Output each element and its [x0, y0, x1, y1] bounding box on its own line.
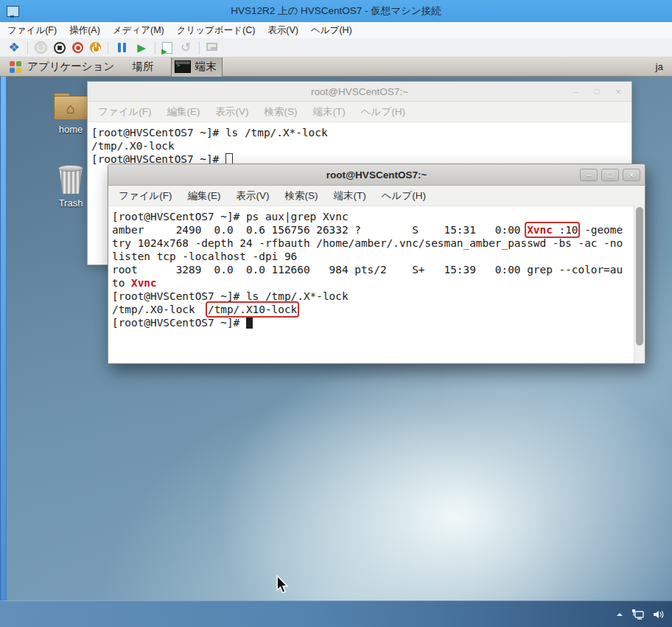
terminal-content[interactable]: [root@HVSCentOS7 ~]# ps aux|grep Xvncamb…: [108, 206, 645, 362]
terminal-line: /tmp/.X0-lock: [91, 139, 631, 153]
network-icon[interactable]: [631, 609, 645, 620]
hyperv-menu-item[interactable]: 表示(V): [267, 24, 298, 37]
terminal-menubar: ファイル(F)編集(E)表示(V)検索(S)端末(T)ヘルプ(H): [108, 186, 645, 206]
terminal-menu-item[interactable]: ヘルプ(H): [382, 189, 426, 203]
hyperv-menu-item[interactable]: 操作(A): [69, 24, 100, 37]
volume-icon[interactable]: [652, 609, 665, 620]
system-tray: [615, 605, 665, 624]
desktop-bottom-band: [0, 600, 672, 627]
hyperv-titlebar: HVS12R2 上の HVSCentOS7 - 仮想マシン接続: [0, 0, 672, 22]
hyperv-menu-item[interactable]: ヘルプ(H): [311, 24, 352, 37]
terminal-menu-item[interactable]: ヘルプ(H): [361, 105, 405, 119]
mouse-cursor: [276, 575, 289, 597]
power-on-icon[interactable]: [35, 41, 47, 54]
terminal-line: listen tcp -localhost -dpi 96: [112, 250, 645, 263]
hyperv-toolbar: [0, 38, 672, 57]
hyperv-menubar: ファイル(F)操作(A)メディア(M)クリップボード(C)表示(V)ヘルプ(H): [0, 22, 672, 38]
terminal-line: amber 2490 0.0 0.6 156756 26332 ? S 15:3…: [112, 223, 645, 237]
trash-icon: [56, 165, 85, 195]
revert-icon[interactable]: [179, 41, 192, 55]
toolbar-separator: [155, 41, 155, 55]
minimize-button[interactable]: [567, 85, 584, 98]
terminal-title: root@HVSCentOS7:~: [108, 169, 645, 181]
annotation-box: Xvnc :10: [527, 224, 578, 236]
toolbar-separator: [27, 41, 28, 55]
close-button[interactable]: [609, 85, 627, 98]
gnome-panel: アプリケーション 場所 端末 ja: [0, 57, 672, 77]
terminal-menu-item[interactable]: 表示(V): [237, 189, 270, 203]
home-folder-icon: ⌂: [54, 93, 88, 121]
keyboard-layout-indicator[interactable]: ja: [655, 61, 663, 72]
terminal-line: try 1024x768 -depth 24 -rfbauth /home/am…: [112, 237, 645, 250]
close-button[interactable]: [623, 169, 640, 181]
terminal-line: [root@HVSCentOS7 ~]# ps aux|grep Xvnc: [112, 210, 645, 223]
hyperv-window-title: HVS12R2 上の HVSCentOS7 - 仮想マシン接続: [0, 4, 672, 18]
terminal-titlebar[interactable]: root@HVSCentOS7:~: [88, 82, 631, 102]
terminal-cursor: [246, 317, 253, 329]
terminal-menu-item[interactable]: ファイル(F): [98, 105, 152, 119]
terminal-line: [root@HVSCentOS7 ~]#: [112, 316, 645, 329]
hidden-icons-icon[interactable]: [615, 610, 624, 619]
toolbar-separator: [108, 41, 108, 55]
terminal-line: to Xvnc: [112, 276, 645, 290]
toolbar-separator: [199, 41, 200, 55]
screen: HVS12R2 上の HVSCentOS7 - 仮想マシン接続 ファイル(F)操…: [0, 0, 672, 627]
hyperv-menu-item[interactable]: クリップボード(C): [177, 24, 256, 37]
terminal-menu-item[interactable]: 編集(E): [167, 105, 200, 119]
terminal-menu-item[interactable]: 検索(S): [285, 189, 318, 203]
stop-icon[interactable]: [54, 42, 66, 54]
hyperv-menu-item[interactable]: ファイル(F): [7, 24, 57, 37]
remote-session-icon[interactable]: [206, 43, 217, 51]
terminal-menu-item[interactable]: ファイル(F): [119, 189, 172, 203]
terminal-scrollbar[interactable]: [634, 206, 645, 363]
terminal-line: root 3289 0.0 0.0 112660 984 pts/2 S+ 15…: [112, 263, 645, 276]
terminal-menu-item[interactable]: 端末(T): [313, 105, 346, 119]
maximize-button[interactable]: [601, 169, 619, 181]
terminal-menu-item[interactable]: 検索(S): [265, 105, 298, 119]
ctrl-alt-del-icon[interactable]: [7, 41, 21, 55]
applications-menu-icon[interactable]: [10, 61, 21, 73]
terminal-line: [root@HVSCentOS7 ~]# ls /tmp/.X*-lock: [91, 126, 631, 139]
terminal-icon: [175, 60, 191, 73]
start-icon[interactable]: [135, 41, 148, 55]
turn-off-icon[interactable]: [72, 42, 83, 53]
desktop-edge-strip: [0, 77, 7, 601]
terminal-menubar: ファイル(F)編集(E)表示(V)検索(S)端末(T)ヘルプ(H): [88, 102, 631, 122]
terminal-window-foreground: root@HVSCentOS7:~ ファイル(F)編集(E)表示(V)検索(S)…: [108, 164, 645, 364]
annotation-box: /tmp/.X10-lock: [208, 304, 297, 315]
places-menu[interactable]: 場所: [132, 60, 153, 74]
applications-menu[interactable]: アプリケーション: [27, 60, 114, 74]
maximize-button[interactable]: [588, 85, 606, 98]
checkpoint-icon[interactable]: [162, 42, 172, 54]
pause-icon[interactable]: [115, 41, 128, 55]
terminal-menu-item[interactable]: 表示(V): [216, 105, 249, 119]
terminal-menu-item[interactable]: 編集(E): [188, 189, 221, 203]
terminal-title: root@HVSCentOS7:~: [88, 86, 631, 97]
shutdown-icon[interactable]: [90, 42, 101, 53]
scrollbar-thumb[interactable]: [636, 207, 643, 346]
hyperv-menu-item[interactable]: メディア(M): [113, 24, 164, 37]
terminal-titlebar[interactable]: root@HVSCentOS7:~: [108, 164, 645, 186]
terminal-line: /tmp/.X0-lock /tmp/.X10-lock: [112, 303, 645, 316]
terminal-line: [root@HVSCentOS7 ~]# ls /tmp/.X*-lock: [112, 290, 645, 303]
minimize-button[interactable]: [580, 169, 598, 181]
terminal-menu-item[interactable]: 端末(T): [334, 189, 366, 203]
window-list-button-terminal[interactable]: 端末: [171, 57, 223, 77]
